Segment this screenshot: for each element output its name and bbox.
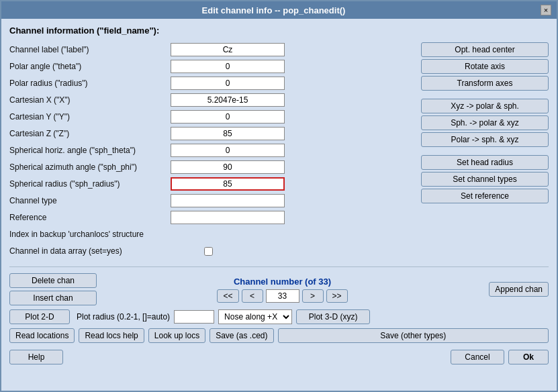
content-area: Channel information ("field_name"): Chan… xyxy=(1,19,557,391)
field-label-7: Spherical azimuth angle ("sph_phi") xyxy=(9,162,171,172)
field-row: Cartesian X ("X") xyxy=(9,93,414,107)
footer-center: Cancel Ok xyxy=(63,350,549,364)
save-ced-button[interactable]: Save (as .ced) xyxy=(210,328,273,343)
field-input-7[interactable] xyxy=(171,160,285,174)
field-input-3[interactable] xyxy=(171,93,285,107)
channel-nav-label: Channel number (of 33) xyxy=(234,277,331,287)
nav-prev-button[interactable]: < xyxy=(242,289,263,303)
help-button[interactable]: Help xyxy=(9,350,63,364)
field-input-10[interactable] xyxy=(171,211,285,224)
field-row: Cartesian Z ("Z") xyxy=(9,126,414,141)
field-row: Cartesian Y ("Y") xyxy=(9,109,414,124)
field-input-1[interactable] xyxy=(171,60,285,73)
locs-row: Read locations Read locs help Look up lo… xyxy=(9,328,549,343)
nav-last-button[interactable]: >> xyxy=(326,289,348,303)
set-channel-types-button[interactable]: Set channel types xyxy=(421,172,549,187)
divider xyxy=(9,266,549,267)
ok-button[interactable]: Ok xyxy=(508,350,549,364)
plot-3d-button[interactable]: Plot 3-D (xyz) xyxy=(296,309,370,324)
field-label-5: Cartesian Z ("Z") xyxy=(9,129,171,138)
plot-radius-input[interactable] xyxy=(174,310,214,324)
right-panel: Opt. head center Rotate axis Transform a… xyxy=(421,42,549,260)
read-locations-button[interactable]: Read locations xyxy=(9,328,75,343)
field-row: Channel type xyxy=(9,193,414,208)
close-button[interactable]: × xyxy=(541,5,551,15)
rotate-axis-button[interactable]: Rotate axis xyxy=(421,59,549,74)
field-input-6[interactable] xyxy=(171,144,285,157)
field-label-3: Cartesian X ("X") xyxy=(9,95,171,105)
field-label-10: Reference xyxy=(9,213,171,222)
field-label-4: Cartesian Y ("Y") xyxy=(9,112,171,121)
section-title: Channel information ("field_name"): xyxy=(9,26,549,36)
opt-head-center-button[interactable]: Opt. head center xyxy=(421,42,549,57)
transform-axes-button[interactable]: Transform axes xyxy=(421,76,549,91)
nav-next-button[interactable]: > xyxy=(302,289,324,303)
left-panel: Channel label ("label") Polar angle ("th… xyxy=(9,42,414,260)
field-input-2[interactable] xyxy=(171,77,285,90)
append-chan-button[interactable]: Append chan xyxy=(489,282,549,297)
field-input-0[interactable] xyxy=(171,43,285,56)
field-row: Spherical azimuth angle ("sph_phi") xyxy=(9,160,414,175)
main-area: Channel label ("label") Polar angle ("th… xyxy=(9,42,549,260)
set-reference-button[interactable]: Set reference xyxy=(421,189,549,203)
field-input-4[interactable] xyxy=(171,110,285,124)
delete-chan-button[interactable]: Delete chan xyxy=(9,273,97,288)
title-bar: Edit channel info -- pop_chanedit() × xyxy=(1,1,557,19)
field-row: Channel in data array (set=yes) xyxy=(9,244,414,258)
footer-row: Help Cancel Ok xyxy=(9,350,549,364)
channel-in-data-checkbox[interactable] xyxy=(204,247,213,256)
xyz-to-polar-button[interactable]: Xyz -> polar & sph. xyxy=(421,99,549,113)
insert-chan-button[interactable]: Insert chan xyxy=(9,291,97,305)
field-row: Spherical radius ("sph_radius") xyxy=(9,177,414,191)
read-locs-help-button[interactable]: Read locs help xyxy=(79,328,144,343)
look-up-locs-button[interactable]: Look up locs xyxy=(148,328,205,343)
field-label-6: Spherical horiz. angle ("sph_theta") xyxy=(9,146,171,155)
channel-nav-row: Delete chan Insert chan Channel number (… xyxy=(9,273,549,305)
field-row: Channel label ("label") xyxy=(9,42,414,57)
plot-2d-button[interactable]: Plot 2-D xyxy=(9,309,70,324)
field-label-9: Channel type xyxy=(9,196,171,205)
field-row: Reference xyxy=(9,210,414,225)
polar-to-sph-button[interactable]: Polar -> sph. & xyz xyxy=(421,132,549,147)
field-row: Index in backup 'urchanlocs' structure xyxy=(9,227,414,242)
field-label-12: Channel in data array (set=yes) xyxy=(9,246,171,256)
field-input-9[interactable] xyxy=(171,194,285,207)
window-title: Edit channel info -- pop_chanedit() xyxy=(7,5,541,15)
field-row: Spherical horiz. angle ("sph_theta") xyxy=(9,143,414,158)
channel-number-input[interactable] xyxy=(266,289,299,303)
field-input-5[interactable] xyxy=(171,127,285,140)
field-label-11: Index in backup 'urchanlocs' structure xyxy=(9,230,171,239)
set-head-radius-button[interactable]: Set head radius xyxy=(421,155,549,170)
nose-direction-select[interactable]: Nose along +X Nose along +Y Nose along -… xyxy=(218,309,292,324)
plot-radius-label: Plot radius (0.2-1, []=auto) xyxy=(77,312,170,322)
field-label-2: Polar radius ("radius") xyxy=(9,79,171,88)
field-label-0: Channel label ("label") xyxy=(9,45,171,54)
field-label-8: Spherical radius ("sph_radius") xyxy=(9,179,171,189)
main-window: Edit channel info -- pop_chanedit() × Ch… xyxy=(0,0,558,392)
field-row: Polar radius ("radius") xyxy=(9,76,414,91)
plot-row: Plot 2-D Plot radius (0.2-1, []=auto) No… xyxy=(9,309,549,324)
cancel-button[interactable]: Cancel xyxy=(451,350,504,364)
sph-to-polar-button[interactable]: Sph. -> polar & xyz xyxy=(421,115,549,130)
field-row: Polar angle ("theta") xyxy=(9,59,414,74)
field-input-sph-radius[interactable] xyxy=(171,177,285,191)
field-label-1: Polar angle ("theta") xyxy=(9,62,171,71)
nav-first-button[interactable]: << xyxy=(217,289,238,303)
save-other-button[interactable]: Save (other types) xyxy=(278,328,549,343)
